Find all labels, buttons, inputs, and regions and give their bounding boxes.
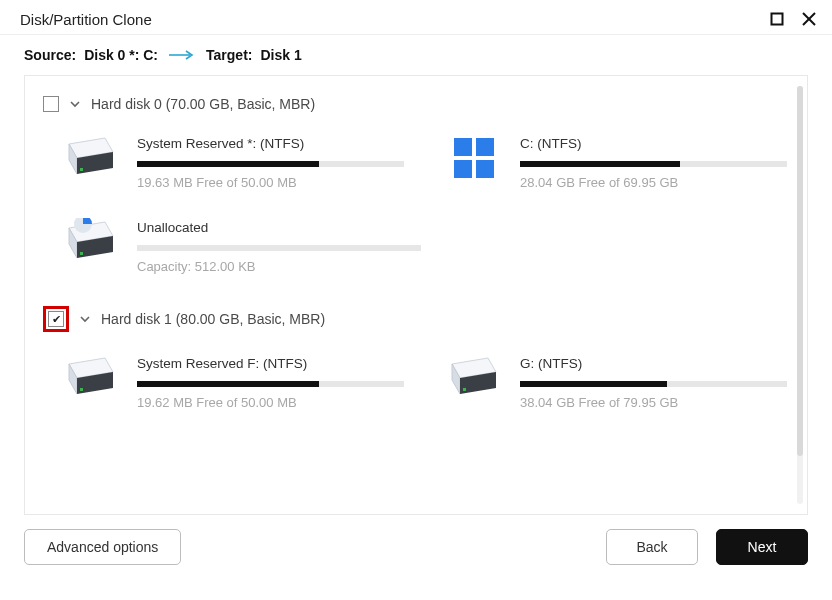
arrow-icon (166, 49, 198, 61)
svg-rect-8 (454, 138, 472, 156)
partition-info: UnallocatedCapacity: 512.00 KB (137, 216, 421, 274)
window-controls (768, 10, 818, 28)
usage-bar (137, 161, 404, 167)
title-bar: Disk/Partition Clone (0, 0, 832, 34)
drive-icon (61, 132, 121, 184)
pie-drive-icon (61, 216, 121, 268)
target-label: Target: (206, 47, 252, 63)
close-button[interactable] (800, 10, 818, 28)
usage-fill (520, 381, 667, 387)
partition-subtext: 19.63 MB Free of 50.00 MB (137, 175, 404, 190)
windows-drive-icon (444, 132, 504, 184)
disk-list: Hard disk 0 (70.00 GB, Basic, MBR)System… (39, 90, 797, 504)
svg-rect-0 (772, 14, 783, 25)
partition-name: Unallocated (137, 220, 421, 235)
disk-label: Hard disk 1 (80.00 GB, Basic, MBR) (101, 311, 325, 327)
partition-name: G: (NTFS) (520, 356, 787, 371)
svg-rect-11 (476, 160, 494, 178)
partition-item[interactable]: C: (NTFS)28.04 GB Free of 69.95 GB (444, 132, 787, 190)
chevron-down-icon[interactable] (79, 313, 91, 325)
source-target-header: Source: Disk 0 *: C: Target: Disk 1 (0, 35, 832, 75)
partition-item[interactable]: UnallocatedCapacity: 512.00 KB (61, 216, 421, 274)
usage-bar (520, 381, 787, 387)
partition-info: C: (NTFS)28.04 GB Free of 69.95 GB (520, 132, 787, 190)
partition-row: UnallocatedCapacity: 512.00 KB (39, 216, 787, 274)
source-label: Source: (24, 47, 76, 63)
disk-checkbox[interactable] (48, 311, 64, 327)
back-button[interactable]: Back (606, 529, 698, 565)
partition-subtext: 28.04 GB Free of 69.95 GB (520, 175, 787, 190)
chevron-down-icon[interactable] (69, 98, 81, 110)
partition-info: System Reserved F: (NTFS)19.62 MB Free o… (137, 352, 404, 410)
partition-subtext: 38.04 GB Free of 79.95 GB (520, 395, 787, 410)
disk-header[interactable]: Hard disk 0 (70.00 GB, Basic, MBR) (39, 90, 787, 122)
disk-label: Hard disk 0 (70.00 GB, Basic, MBR) (91, 96, 315, 112)
partition-info: System Reserved *: (NTFS)19.63 MB Free o… (137, 132, 404, 190)
highlight-box (43, 306, 69, 332)
svg-rect-9 (476, 138, 494, 156)
partition-info: G: (NTFS)38.04 GB Free of 79.95 GB (520, 352, 787, 410)
partition-name: System Reserved F: (NTFS) (137, 356, 404, 371)
disk-header[interactable]: Hard disk 1 (80.00 GB, Basic, MBR) (39, 300, 787, 342)
next-button[interactable]: Next (716, 529, 808, 565)
svg-rect-20 (80, 388, 83, 391)
partition-item[interactable]: System Reserved F: (NTFS)19.62 MB Free o… (61, 352, 404, 410)
svg-rect-24 (463, 388, 466, 391)
drive-icon (61, 352, 121, 404)
maximize-button[interactable] (768, 10, 786, 28)
svg-rect-7 (80, 168, 83, 171)
maximize-icon (770, 12, 784, 26)
svg-rect-10 (454, 160, 472, 178)
usage-fill (520, 161, 680, 167)
partition-subtext: 19.62 MB Free of 50.00 MB (137, 395, 404, 410)
scrollbar-thumb[interactable] (797, 86, 803, 456)
partition-row: System Reserved *: (NTFS)19.63 MB Free o… (39, 132, 787, 190)
target-value: Disk 1 (260, 47, 301, 63)
usage-fill (137, 161, 319, 167)
partition-row: System Reserved F: (NTFS)19.62 MB Free o… (39, 352, 787, 410)
footer: Advanced options Back Next (0, 515, 832, 579)
advanced-options-button[interactable]: Advanced options (24, 529, 181, 565)
usage-bar (137, 245, 421, 251)
partition-subtext: Capacity: 512.00 KB (137, 259, 421, 274)
partition-item[interactable]: System Reserved *: (NTFS)19.63 MB Free o… (61, 132, 404, 190)
usage-bar (137, 381, 404, 387)
source-value: Disk 0 *: C: (84, 47, 158, 63)
usage-fill (137, 381, 319, 387)
close-icon (802, 12, 816, 26)
partition-item[interactable]: G: (NTFS)38.04 GB Free of 79.95 GB (444, 352, 787, 410)
partition-name: C: (NTFS) (520, 136, 787, 151)
usage-bar (520, 161, 787, 167)
window-title: Disk/Partition Clone (20, 11, 152, 28)
disk-list-panel: Hard disk 0 (70.00 GB, Basic, MBR)System… (24, 75, 808, 515)
svg-rect-15 (80, 252, 83, 255)
disk-checkbox[interactable] (43, 96, 59, 112)
drive-icon (444, 352, 504, 404)
scrollbar[interactable] (797, 86, 803, 504)
partition-name: System Reserved *: (NTFS) (137, 136, 404, 151)
